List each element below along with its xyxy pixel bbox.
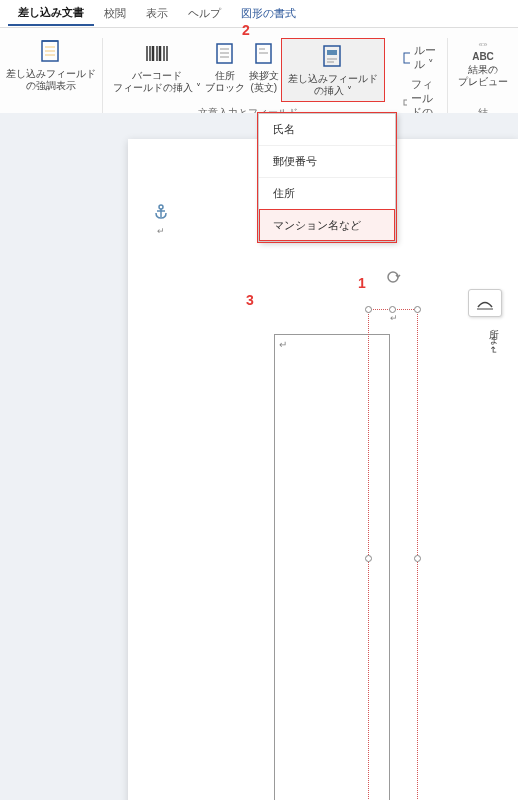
barcode-label: バーコード フィールドの挿入 ˅: [113, 70, 201, 94]
tab-review[interactable]: 校閲: [94, 2, 136, 25]
preview-label: 結果の プレビュー: [458, 64, 508, 88]
document-icon: [250, 40, 278, 68]
highlight-fields-button[interactable]: 差し込みフィールド の強調表示: [0, 38, 102, 92]
dropdown-item-mansion[interactable]: マンション名など: [259, 209, 395, 241]
svg-point-30: [159, 205, 163, 209]
tab-view[interactable]: 表示: [136, 2, 178, 25]
document-merge-icon: [319, 43, 347, 71]
shape-paragraph-mark: ↵: [375, 313, 413, 323]
rotate-handle[interactable]: [385, 269, 401, 285]
ribbon: 差し込みフィールド の強調表示 バーコード フィールドの挿入 ˅ 住所 ブロック: [0, 28, 518, 113]
dropdown-item-address[interactable]: 住所: [259, 177, 395, 209]
resize-handle[interactable]: [365, 306, 372, 313]
layout-options-button[interactable]: [468, 289, 502, 317]
selected-shape[interactable]: ↵: [368, 289, 418, 800]
rules-button[interactable]: ルール ˅: [399, 42, 441, 74]
resize-handle[interactable]: [389, 306, 396, 313]
tab-mailmerge[interactable]: 差し込み文書: [8, 1, 94, 26]
dropdown-item-postal[interactable]: 郵便番号: [259, 145, 395, 177]
preview-button[interactable]: «» ABC 結果の プレビュー: [456, 38, 510, 90]
address-block-button[interactable]: 住所 ブロック: [203, 38, 247, 102]
layout-options-icon: [475, 295, 495, 311]
shape-frame: ↵: [368, 309, 418, 800]
barcode-button[interactable]: バーコード フィールドの挿入 ˅: [111, 38, 203, 102]
svg-rect-22: [404, 53, 411, 63]
rules-icon: [403, 51, 411, 65]
barcode-icon: [143, 40, 171, 68]
document-highlight-icon: [37, 38, 65, 66]
greeting-label: 挨拶文 (英文): [249, 70, 279, 94]
annotation-2: 2: [242, 22, 250, 38]
insert-merge-field-label: 差し込みフィールド の挿入 ˅: [288, 73, 378, 97]
greeting-button[interactable]: 挨拶文 (英文): [247, 38, 281, 102]
annotation-3: 3: [246, 292, 254, 308]
svg-point-33: [388, 272, 398, 282]
svg-rect-19: [327, 50, 337, 55]
resize-handle[interactable]: [414, 306, 421, 313]
tab-help[interactable]: ヘルプ: [178, 2, 231, 25]
document-icon: [211, 40, 239, 68]
svg-rect-24: [404, 100, 407, 105]
resize-handle[interactable]: [365, 555, 372, 562]
abc-label: ABC: [472, 51, 494, 62]
address-block-label: 住所 ブロック: [205, 70, 245, 94]
vertical-text: 所 ま ↵: [486, 321, 500, 356]
insert-merge-field-button[interactable]: 差し込みフィールド の挿入 ˅: [281, 38, 385, 102]
svg-rect-18: [324, 46, 340, 66]
abc-overlay: «»: [479, 40, 488, 49]
dropdown-item-name[interactable]: 氏名: [259, 114, 395, 145]
annotation-1: 1: [358, 275, 366, 291]
resize-handle[interactable]: [414, 555, 421, 562]
tab-bar: 差し込み文書 校閲 表示 ヘルプ 図形の書式: [0, 0, 518, 28]
merge-field-dropdown: 氏名 郵便番号 住所 マンション名など: [258, 113, 396, 242]
highlight-fields-label: 差し込みフィールド の強調表示: [6, 68, 96, 92]
match-icon: [403, 99, 407, 113]
anchor-icon: ↵: [153, 204, 169, 238]
